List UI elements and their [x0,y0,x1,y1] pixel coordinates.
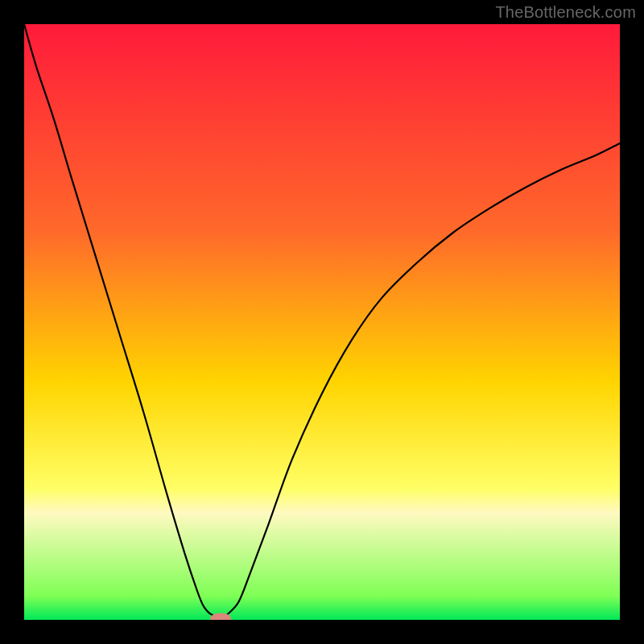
chart-svg [24,24,620,620]
watermark-text: TheBottleneck.com [495,3,636,22]
gradient-background [24,24,620,620]
chart-area [24,24,620,620]
